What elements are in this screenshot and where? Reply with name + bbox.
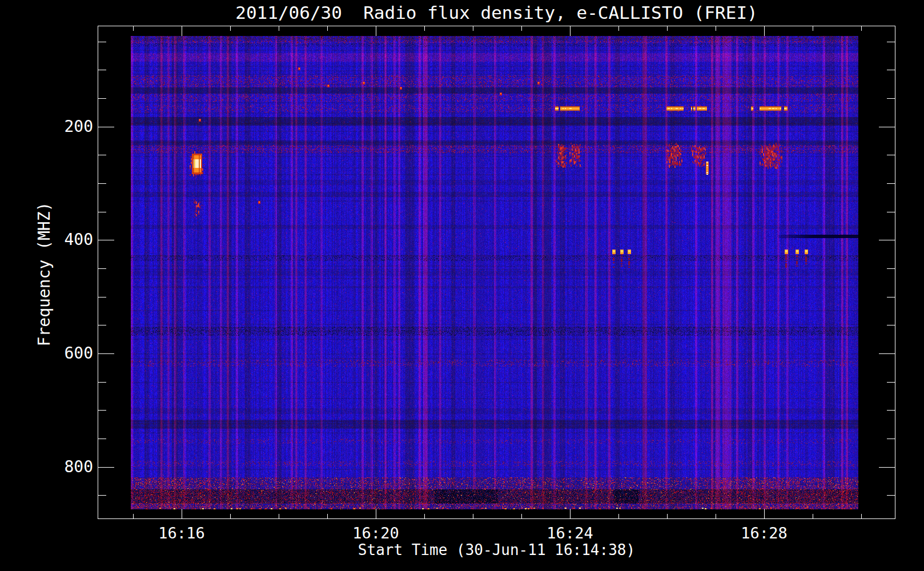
x-axis-minor-tick	[279, 26, 279, 31]
y-axis-minor-tick	[887, 42, 895, 42]
x-axis-minor-tick	[327, 26, 328, 31]
y-tick-label: 600	[36, 344, 93, 363]
y-axis-minor-tick	[887, 98, 895, 99]
y-axis-minor-tick	[98, 42, 106, 42]
x-axis-minor-tick	[813, 514, 813, 518]
x-tick-label: 16:24	[530, 524, 610, 542]
x-axis-minor-tick	[716, 26, 716, 31]
x-axis-major-tick	[570, 509, 571, 518]
x-tick-label: 16:20	[336, 524, 416, 542]
y-axis-minor-tick	[98, 212, 106, 212]
x-axis-minor-tick	[473, 26, 473, 31]
x-axis-minor-tick	[230, 514, 231, 518]
x-axis-major-tick	[764, 509, 765, 518]
y-axis-minor-tick	[887, 439, 895, 439]
y-axis-minor-tick	[887, 268, 895, 269]
y-axis-minor-tick	[98, 325, 106, 325]
y-axis-minor-tick	[98, 495, 106, 496]
y-axis-minor-tick	[887, 325, 895, 325]
y-axis-major-tick	[98, 467, 114, 468]
y-axis-minor-tick	[98, 382, 106, 383]
x-axis-minor-tick	[618, 26, 619, 31]
x-axis-minor-tick	[424, 26, 425, 31]
x-axis-minor-tick	[861, 514, 862, 518]
y-axis-minor-tick	[887, 183, 895, 184]
y-axis-minor-tick	[98, 70, 106, 70]
x-axis-major-tick	[182, 26, 182, 36]
x-axis-major-tick	[764, 26, 765, 36]
y-tick-label: 800	[36, 457, 93, 476]
x-axis-minor-tick	[521, 514, 522, 518]
y-axis-label: Frequency (MHZ)	[35, 202, 54, 347]
x-axis-major-tick	[182, 509, 182, 518]
y-axis-major-tick	[879, 467, 895, 468]
x-axis-minor-tick	[521, 26, 522, 31]
y-tick-label: 200	[36, 117, 93, 136]
y-axis-major-tick	[879, 353, 895, 354]
y-axis-minor-tick	[887, 70, 895, 70]
x-axis-minor-tick	[618, 514, 619, 518]
x-axis-minor-tick	[716, 514, 716, 518]
y-axis-major-tick	[98, 127, 114, 127]
y-axis-minor-tick	[887, 382, 895, 383]
x-axis-minor-tick	[667, 514, 668, 518]
x-axis-minor-tick	[133, 514, 134, 518]
x-axis-label: Start Time (30-Jun-11 16:14:38)	[98, 541, 895, 558]
y-axis-minor-tick	[887, 155, 895, 155]
y-axis-minor-tick	[887, 212, 895, 212]
y-axis-minor-tick	[98, 439, 106, 439]
x-axis-minor-tick	[230, 26, 231, 31]
y-axis-minor-tick	[887, 297, 895, 297]
x-axis-minor-tick	[424, 514, 425, 518]
y-axis-minor-tick	[98, 155, 106, 155]
x-axis-minor-tick	[473, 514, 473, 518]
y-axis-minor-tick	[98, 410, 106, 411]
y-axis-minor-tick	[98, 268, 106, 269]
y-axis-major-tick	[879, 240, 895, 240]
y-axis-major-tick	[98, 240, 114, 240]
x-axis-minor-tick	[133, 26, 134, 31]
x-axis-minor-tick	[279, 514, 279, 518]
x-tick-label: 16:16	[142, 524, 222, 542]
x-axis-minor-tick	[667, 26, 668, 31]
y-axis-major-tick	[98, 353, 114, 354]
plot-frame	[98, 26, 895, 519]
y-axis-minor-tick	[98, 183, 106, 184]
y-axis-minor-tick	[887, 495, 895, 496]
y-axis-major-tick	[879, 127, 895, 127]
x-axis-major-tick	[376, 509, 376, 518]
x-axis-minor-tick	[813, 26, 813, 31]
x-axis-major-tick	[570, 26, 571, 36]
y-axis-minor-tick	[98, 98, 106, 99]
x-tick-label: 16:28	[724, 524, 804, 542]
y-axis-minor-tick	[98, 297, 106, 297]
y-axis-minor-tick	[887, 410, 895, 411]
x-axis-major-tick	[376, 26, 376, 36]
chart-title: 2011/06/30 Radio flux density, e-CALLIST…	[98, 2, 895, 23]
x-axis-minor-tick	[327, 514, 328, 518]
x-axis-minor-tick	[861, 26, 862, 31]
spectrogram-figure: 2011/06/30 Radio flux density, e-CALLIST…	[0, 0, 924, 571]
